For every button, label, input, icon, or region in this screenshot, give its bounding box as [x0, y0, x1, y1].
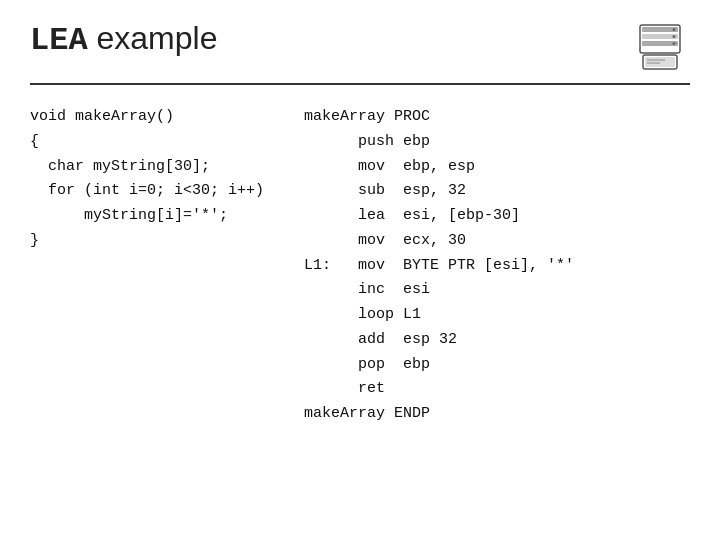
code-section: void makeArray() { char myString[30]; fo…	[30, 105, 690, 427]
slide-header: LEA example	[30, 20, 690, 85]
c-code-block: void makeArray() { char myString[30]; fo…	[30, 105, 264, 427]
title-lea: LEA	[30, 22, 88, 59]
asm-code-block: makeArray PROC push ebp mov ebp, esp sub…	[304, 105, 574, 427]
svg-point-8	[673, 28, 676, 31]
svg-point-9	[673, 35, 676, 38]
logo	[610, 20, 690, 75]
title-rest: example	[88, 20, 218, 56]
svg-point-10	[673, 42, 676, 45]
slide-title: LEA example	[30, 20, 217, 59]
svg-rect-5	[645, 57, 675, 67]
slide: LEA example void makeArray() { c	[0, 0, 720, 540]
